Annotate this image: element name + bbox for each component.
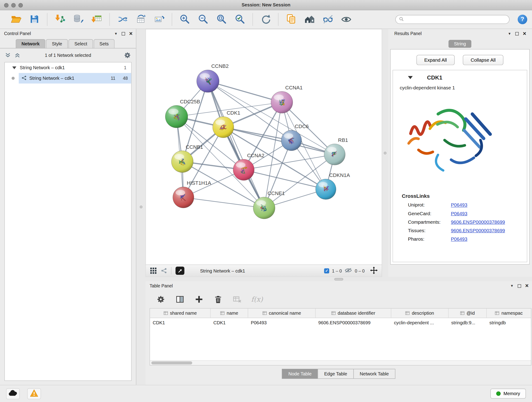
show-columns-icon[interactable]	[175, 294, 185, 305]
network-graph[interactable]: CCNB2CCNA1CDC25BCDK1CDC6RB1CCNB1CCNA2CDK…	[146, 29, 382, 264]
network-edge[interactable]	[208, 81, 264, 208]
splitter-grip[interactable]	[384, 152, 386, 154]
zoom-selected-button[interactable]	[233, 12, 247, 27]
panel-menu-icon[interactable]: ▼	[114, 32, 118, 35]
column-header-id[interactable]: @id	[449, 308, 487, 318]
hidden-eye-slash-icon[interactable]	[345, 268, 352, 274]
pan-crosshair-icon[interactable]	[370, 266, 378, 275]
tree-expand-icon[interactable]	[12, 66, 17, 69]
export-image-button[interactable]	[152, 12, 166, 27]
string-protein-query-button[interactable]	[284, 12, 298, 27]
network-edge[interactable]	[183, 197, 264, 208]
warnings-button[interactable]	[27, 388, 41, 399]
memory-button[interactable]: Memory	[491, 389, 526, 399]
network-options-gear-icon[interactable]	[124, 51, 131, 59]
panel-menu-icon[interactable]: ▼	[510, 284, 514, 288]
string-eye-button[interactable]	[339, 12, 353, 27]
network-edge[interactable]	[244, 170, 326, 189]
network-node-HIST1H1A[interactable]	[173, 187, 194, 208]
horizontal-splitter[interactable]	[146, 277, 532, 281]
import-table-file-button[interactable]	[89, 12, 104, 27]
zoom-out-button[interactable]	[196, 12, 210, 27]
collapse-section-icon[interactable]	[408, 76, 413, 79]
search-input[interactable]	[406, 17, 506, 22]
panel-menu-icon[interactable]: ▼	[508, 32, 511, 35]
column-header-description[interactable]: description	[391, 308, 449, 318]
network-row[interactable]: String Network – cdk1 11 48	[5, 73, 131, 83]
add-column-icon[interactable]	[194, 294, 204, 305]
column-header-name[interactable]: name	[210, 308, 248, 318]
apply-layout-button[interactable]	[259, 12, 273, 27]
network-overview-icon[interactable]	[161, 268, 167, 274]
right-splitter[interactable]	[382, 29, 388, 277]
string-tab[interactable]: String	[448, 40, 471, 47]
node-table: shared name name canonical name database…	[150, 308, 531, 366]
zoom-window-button[interactable]	[18, 3, 23, 7]
network-row-selected[interactable]: String Network – cdk1 11 48	[19, 73, 131, 83]
panel-close-icon[interactable]: ×	[523, 31, 526, 36]
splitter-grip[interactable]	[139, 206, 142, 208]
selected-checkbox-icon[interactable]: ✓	[324, 268, 329, 273]
hidden-counts: 0 – 0	[355, 268, 365, 273]
main-toolbar: ?	[0, 10, 532, 29]
column-header-shared-name[interactable]: shared name	[150, 308, 211, 318]
network-edge[interactable]	[208, 81, 282, 102]
tab-node-table[interactable]: Node Table	[282, 369, 318, 379]
crosslink-genecard[interactable]: P06493	[451, 211, 467, 216]
network-node-label: CDC6	[295, 123, 309, 129]
column-header-namespace[interactable]: namespac	[487, 308, 531, 318]
crosslink-uniprot[interactable]: P06493	[451, 202, 467, 208]
tab-style[interactable]: Style	[46, 39, 68, 48]
crosslink-compartments[interactable]: 9606.ENSP00000378699	[451, 219, 505, 225]
column-header-canonical-name[interactable]: canonical name	[248, 308, 316, 318]
expand-all-button[interactable]: Expand All	[416, 55, 455, 65]
network-collection-row[interactable]: String Network – cdk1 1	[5, 62, 131, 73]
table-row[interactable]: CDK1 CDK1 P06493 9606.ENSP00000378699 cy…	[150, 318, 531, 327]
glasses-slash-icon	[322, 13, 333, 26]
panel-float-icon[interactable]	[122, 32, 125, 35]
panel-close-icon[interactable]: ×	[129, 31, 133, 36]
tab-network-table[interactable]: Network Table	[353, 369, 395, 379]
tab-edge-table[interactable]: Edge Table	[318, 369, 354, 379]
create-network-from-selection-button[interactable]	[133, 12, 148, 27]
protein-card-header[interactable]: CDK1	[393, 70, 527, 84]
scrollbar-thumb[interactable]	[151, 361, 192, 364]
close-window-button[interactable]	[4, 3, 8, 7]
zoom-fit-button[interactable]	[215, 12, 229, 27]
splitter-grip[interactable]	[334, 278, 343, 280]
table-horizontal-scrollbar[interactable]	[150, 360, 531, 365]
birdseye-toggle-button[interactable]	[176, 267, 184, 275]
tab-network[interactable]: Network	[16, 39, 45, 48]
left-splitter[interactable]	[136, 29, 146, 385]
panel-close-icon[interactable]: ×	[525, 283, 529, 289]
network-canvas[interactable]: CCNB2CCNA1CDC25BCDK1CDC6RB1CCNB1CCNA2CDK…	[146, 29, 382, 264]
search-icon	[399, 17, 404, 22]
minimize-window-button[interactable]	[11, 3, 16, 7]
table-options-gear-icon[interactable]	[156, 294, 166, 305]
network-node-label: CDKN1A	[329, 172, 350, 178]
collapse-all-button[interactable]: Collapse All	[463, 55, 503, 65]
panel-float-icon[interactable]	[518, 284, 521, 288]
open-session-button[interactable]	[9, 12, 23, 27]
crosslink-tissues[interactable]: 9606.ENSP00000378699	[451, 228, 505, 234]
node-gloss	[274, 95, 284, 100]
import-network-file-button[interactable]	[53, 12, 67, 27]
tab-sets[interactable]: Sets	[94, 39, 114, 48]
first-neighbors-button[interactable]	[115, 12, 129, 27]
string-glasses-button[interactable]	[321, 12, 335, 27]
help-button[interactable]: ?	[518, 15, 527, 24]
crosslink-pharos[interactable]: P06493	[451, 236, 467, 242]
string-home-button[interactable]	[302, 12, 317, 27]
zoom-in-button[interactable]	[177, 12, 192, 27]
column-header-database-identifier[interactable]: database identifier	[316, 308, 391, 318]
zoom-fit-icon	[216, 13, 227, 26]
network-node-CCNE1[interactable]	[253, 197, 275, 219]
cloud-status-button[interactable]	[6, 388, 20, 399]
delete-column-icon[interactable]	[213, 294, 223, 305]
toolbar-separator	[253, 13, 253, 26]
grid-view-icon[interactable]	[150, 267, 157, 274]
panel-float-icon[interactable]	[515, 32, 519, 35]
import-network-database-button[interactable]	[71, 12, 85, 27]
save-session-button[interactable]	[27, 12, 41, 27]
tab-select[interactable]: Select	[69, 39, 93, 48]
